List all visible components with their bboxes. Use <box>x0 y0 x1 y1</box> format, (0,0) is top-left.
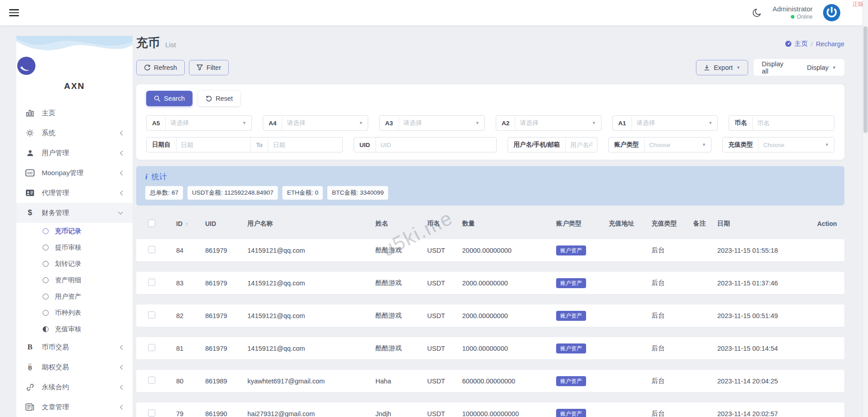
sidebar-subitem-coin-list[interactable]: 币种列表 <box>16 304 133 321</box>
sidebar-item-perpetual-contracts[interactable]: 永续合约 <box>16 377 133 397</box>
filter-select-a4[interactable]: A4 请选择 ▼ <box>263 115 369 131</box>
username-input[interactable] <box>566 142 597 148</box>
cell-amount: 1000000.00000000 <box>457 410 551 417</box>
filter-button[interactable]: Filter <box>189 60 229 75</box>
bitcoin-icon: B <box>25 363 35 372</box>
coin-name-input[interactable] <box>753 120 834 127</box>
row-checkbox[interactable] <box>148 246 155 253</box>
admin-name: Administrator <box>773 5 813 14</box>
sidebar-item-system[interactable]: 系统 <box>16 123 133 143</box>
table-body: 84 861979 14159121@qq.com 酷酷游戏 USDT 2000… <box>136 239 844 417</box>
scrollbar-thumb[interactable] <box>863 26 868 133</box>
sidebar-subitem-recharge-records[interactable]: 充币记录 <box>16 223 133 239</box>
display-all-button[interactable]: Display all <box>754 60 799 75</box>
online-status: Online <box>773 14 813 20</box>
hamburger-menu-icon[interactable] <box>9 7 19 18</box>
search-button[interactable]: Search <box>146 91 192 106</box>
svg-text:CC: CC <box>27 171 33 175</box>
sidebar-item-agents[interactable]: 代理管理 <box>16 183 133 203</box>
logo-text: AXN <box>16 81 133 91</box>
cell-username: 14159121@qq.com <box>242 280 370 287</box>
dark-mode-toggle[interactable] <box>751 7 763 19</box>
row-checkbox[interactable] <box>148 377 155 384</box>
cell-date: 2023-11-15 01:37:46 <box>712 280 812 287</box>
refresh-button[interactable]: Refresh <box>136 60 185 75</box>
reset-button[interactable]: Reset <box>198 91 240 106</box>
cell-username: 14159121@qq.com <box>242 345 370 352</box>
cell-coin: USDT <box>422 247 457 254</box>
filter-select-a1[interactable]: A1 请选择 ▼ <box>612 115 718 131</box>
sidebar-subitem-recharge-review[interactable]: 充值审核 <box>16 321 133 337</box>
filter-select-a5[interactable]: A5 请选择 ▼ <box>146 115 252 131</box>
chevron-down-icon: ▼ <box>708 121 712 125</box>
search-panel: Search Reset A5 请选择 ▼ A4 请选择 ▼ A3 请选择 ▼ <box>136 84 844 160</box>
chevron-down-icon: ▼ <box>475 121 479 125</box>
header-id[interactable]: ID↑ <box>171 220 200 227</box>
account-type-badge: 账户资产 <box>556 245 586 255</box>
cc-icon: CC <box>25 168 35 177</box>
filter-select-a3[interactable]: A3 请选择 ▼ <box>379 115 485 131</box>
gear-icon <box>25 128 35 137</box>
sidebar-subitem-transfer-records[interactable]: 划转记录 <box>16 255 133 272</box>
sidebar-subitem-user-assets[interactable]: 用户资产 <box>16 288 133 304</box>
avatar-power-icon[interactable] <box>823 4 841 22</box>
header-amount: 数量 <box>457 220 551 228</box>
row-checkbox[interactable] <box>148 279 155 286</box>
row-checkbox[interactable] <box>148 409 155 417</box>
table-header: ID↑ UID 用户名称 姓名 币名 数量 账户类型 充值地址 充值类型 备注 … <box>136 215 844 233</box>
display-dropdown[interactable]: Display▼ <box>799 64 844 71</box>
filter-account-type[interactable]: 账户类型 Choose ▼ <box>608 137 711 152</box>
cell-uid: 861990 <box>200 410 242 417</box>
chevron-down-icon: ▼ <box>359 121 363 125</box>
row-checkbox[interactable] <box>148 344 155 351</box>
cell-uid: 861989 <box>200 378 242 385</box>
cell-date: 2023-11-14 20:02:57 <box>712 410 812 417</box>
sidebar-item-users[interactable]: 用户管理 <box>16 143 133 163</box>
circle-icon <box>43 261 49 267</box>
date-to-input[interactable] <box>268 142 342 148</box>
sidebar-item-finance[interactable]: $ 财务管理 <box>16 203 133 223</box>
chevron-down-icon: ▼ <box>736 65 740 70</box>
filter-select-a2[interactable]: A2 请选择 ▼ <box>496 115 602 131</box>
header-name: 姓名 <box>370 220 422 228</box>
cell-coin: USDT <box>422 410 457 417</box>
sidebar-item-moonpay[interactable]: CC Moonpay管理 <box>16 163 133 183</box>
header-action: Action <box>812 220 844 227</box>
chevron-down-icon: ▼ <box>242 121 247 125</box>
cell-id: 82 <box>171 312 200 319</box>
cell-name: Jndjh <box>370 410 422 417</box>
axn-logo-icon <box>16 56 36 76</box>
circle-icon <box>43 294 49 299</box>
page-scrollbar[interactable] <box>863 0 868 417</box>
export-button[interactable]: Export ▼ <box>696 60 748 75</box>
date-from-input[interactable] <box>177 142 251 148</box>
table-row: 82 861979 14159121@qq.com 酷酷游戏 USDT 2000… <box>136 304 844 327</box>
table-row: 81 861979 14159121@qq.com 酷酷游戏 USDT 1000… <box>136 337 844 359</box>
chevron-down-icon: ▼ <box>592 121 596 125</box>
user-icon <box>25 148 35 157</box>
svg-text:B: B <box>28 364 32 371</box>
header-date: 日期 <box>712 220 812 228</box>
sort-asc-icon: ↑ <box>185 221 188 227</box>
table-row: 80 861989 kyawhtet6917@gmail.com Haha US… <box>136 370 844 392</box>
sidebar-item-articles[interactable]: 文章管理 <box>16 397 133 417</box>
row-checkbox[interactable] <box>148 311 155 319</box>
chevron-left-icon <box>119 130 123 136</box>
filter-date-range: 日期自 To <box>146 137 343 152</box>
display-group: Display all Display▼ <box>754 59 844 76</box>
cell-recharge-type: 后台 <box>646 279 688 287</box>
select-all-checkbox[interactable] <box>148 220 155 227</box>
sidebar-item-spot-trading[interactable]: B 币币交易 <box>16 337 133 357</box>
breadcrumb-separator: / <box>811 40 813 48</box>
uid-input[interactable] <box>376 142 496 148</box>
sidebar-item-home[interactable]: 主页 <box>16 103 133 123</box>
online-dot-icon <box>791 15 794 19</box>
account-type-badge: 账户资产 <box>556 343 586 353</box>
cell-uid: 861979 <box>200 345 242 352</box>
filter-recharge-type[interactable]: 充值类型 Choose ▼ <box>722 137 834 152</box>
sidebar-item-options-trading[interactable]: B 期权交易 <box>16 357 133 377</box>
sidebar-subitem-withdraw-review[interactable]: 提币审核 <box>16 239 133 255</box>
sidebar-subitem-asset-detail[interactable]: 资产明细 <box>16 272 133 288</box>
breadcrumb-home-link[interactable]: 主页 <box>785 39 808 48</box>
cell-amount: 2000.00000000 <box>457 312 551 319</box>
